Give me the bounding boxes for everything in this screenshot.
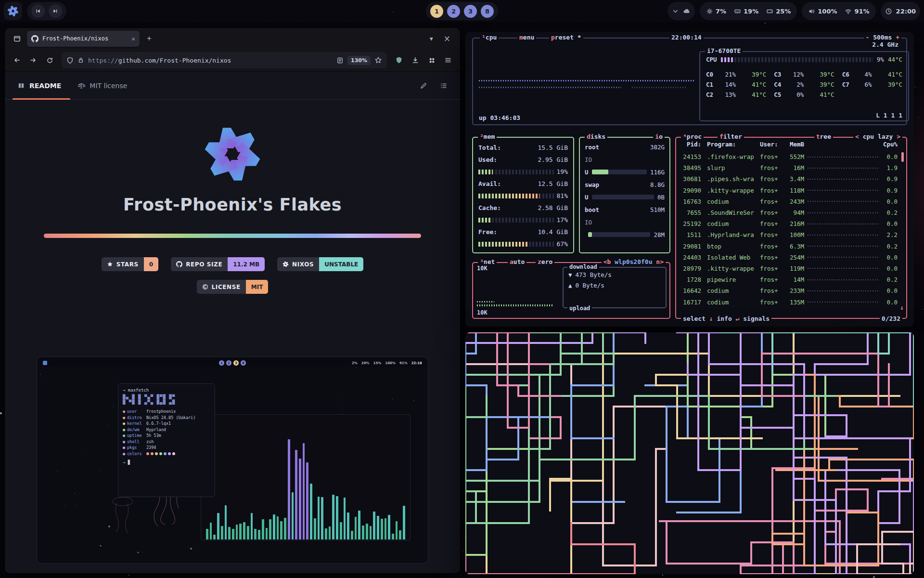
copyright-icon bbox=[202, 284, 208, 290]
fetch-info: ●userfrostphoenix●distroNixOS 24.05 (Uak… bbox=[123, 408, 210, 457]
process-row[interactable]: 16763codiumfros+243M0.0 bbox=[680, 196, 898, 207]
mem-box-title[interactable]: ²mem bbox=[478, 133, 497, 140]
tab-readme-label: README bbox=[29, 82, 61, 90]
nixos-menu-button[interactable] bbox=[4, 2, 22, 20]
scrollbar-thumb[interactable] bbox=[901, 152, 904, 162]
downloads-button[interactable] bbox=[408, 53, 423, 67]
core-stat: C312%39°C bbox=[774, 69, 834, 79]
process-row[interactable]: 24403Isolated Webfros+254M0.0 bbox=[680, 252, 898, 263]
process-row[interactable]: 30681.pipes.sh-wrafros+3.4M0.9 bbox=[680, 173, 898, 184]
disks-title[interactable]: disks bbox=[585, 133, 607, 140]
process-row[interactable]: 1728pipewirefros+14M0.2 bbox=[680, 274, 898, 285]
btop-menu-button[interactable]: menu bbox=[517, 34, 536, 41]
list-all-tabs-button[interactable]: ▾ bbox=[430, 35, 433, 42]
reader-mode-icon[interactable] bbox=[336, 57, 344, 64]
process-row[interactable]: 28979.kitty-wrappefros+119M0.0 bbox=[680, 263, 898, 274]
process-row[interactable]: 16642codiumfros+233M0.0 bbox=[680, 285, 898, 296]
process-row[interactable]: 25192codiumfros+216M0.0 bbox=[680, 218, 898, 229]
badge-license[interactable]: LICENSE MIT bbox=[197, 280, 269, 294]
disks-io-toggle[interactable]: io bbox=[653, 133, 665, 140]
readme-screenshot[interactable]: 1238 2%20%15%100%91%22:18 → maxfetch █▄ … bbox=[37, 356, 428, 564]
url-bar[interactable]: https://github.com/Frost-Phoenix/nixos 1… bbox=[62, 52, 387, 68]
net-auto-toggle[interactable]: auto bbox=[508, 259, 526, 265]
mini-starfield bbox=[37, 357, 38, 357]
reload-icon bbox=[46, 57, 53, 64]
process-row[interactable]: 29081btopfros+6.3M0.2 bbox=[680, 241, 898, 252]
forward-button[interactable] bbox=[26, 53, 40, 67]
media-next-button[interactable] bbox=[49, 4, 62, 18]
menu-button[interactable] bbox=[441, 53, 455, 67]
proc-table-header[interactable]: Pid: Program: User: MemB Cpu% bbox=[680, 141, 898, 148]
update-interval[interactable]: - 500ms + bbox=[864, 34, 901, 41]
process-row[interactable]: 24153.firefox-wrapfros+552M0.0 bbox=[680, 151, 898, 162]
badge-stars[interactable]: STARS 0 bbox=[102, 257, 158, 271]
bookmark-star-icon[interactable] bbox=[374, 56, 382, 64]
net-graph bbox=[477, 301, 494, 302]
wifi-stat-value: 91% bbox=[854, 8, 869, 15]
outline-list-icon[interactable] bbox=[440, 82, 448, 90]
proc-box-title[interactable]: ⁴proc bbox=[681, 133, 704, 140]
rainbow-divider bbox=[44, 234, 421, 238]
lock-icon[interactable] bbox=[77, 57, 84, 64]
net-box-title[interactable]: ³net bbox=[478, 259, 497, 265]
badge-nixos[interactable]: NIXOS UNSTABLE bbox=[277, 257, 363, 271]
snowflake-icon bbox=[282, 261, 289, 267]
firefox-window[interactable]: Frost-Phoenix/nixos × + ▾ × https://g bbox=[5, 28, 460, 573]
btop-net-box: ³net auto zero <b wlp0s20f0u n> 10K 10K … bbox=[472, 262, 670, 319]
process-row[interactable]: 38495slurpfros+16M1.9 bbox=[680, 162, 898, 173]
mem-meter: 81% bbox=[473, 190, 573, 202]
process-row[interactable]: 16717codiumfros+135M0.0 bbox=[680, 296, 898, 307]
gear-icon bbox=[706, 8, 713, 15]
browser-tab[interactable]: Frost-Phoenix/nixos × bbox=[27, 31, 140, 47]
process-row[interactable]: 7655.SoundWireSerfros+94M0.2 bbox=[680, 207, 898, 218]
firefox-view-button[interactable] bbox=[10, 31, 24, 46]
page-content: README MIT license Frost-Phoenix's Flake… bbox=[5, 72, 460, 573]
mem-row: Free:10.4 GiB bbox=[473, 226, 573, 238]
pipes-terminal-window[interactable] bbox=[465, 332, 914, 574]
extensions-button[interactable] bbox=[424, 53, 439, 67]
btop-window[interactable]: ¹cpu menu preset * 22:00:14 - 500ms + 2.… bbox=[465, 32, 914, 327]
clock-widget[interactable]: 22:00 bbox=[881, 2, 920, 20]
core-stat: C76%39°C bbox=[842, 79, 902, 90]
cpu-box-title[interactable]: ¹cpu bbox=[480, 34, 499, 41]
window-close-button[interactable]: × bbox=[444, 34, 450, 43]
tab-license[interactable]: MIT license bbox=[77, 82, 127, 90]
uptime-label: up 03:46:03 bbox=[479, 114, 520, 121]
adblock-button[interactable] bbox=[392, 53, 406, 67]
memory-stat-value: 19% bbox=[744, 8, 758, 15]
btop-preset-button[interactable]: preset * bbox=[549, 34, 583, 41]
mini-prompt-2: → ▊ bbox=[123, 460, 210, 465]
volume-stat[interactable]: 100% bbox=[806, 8, 839, 15]
proc-footer[interactable]: select ↓ info ↵ signals bbox=[681, 315, 771, 322]
proc-tree-button[interactable]: tree bbox=[814, 133, 833, 140]
back-button[interactable] bbox=[10, 53, 24, 67]
zoom-level-badge[interactable]: 130% bbox=[347, 56, 371, 65]
readme-header: README MIT license bbox=[5, 72, 460, 100]
new-tab-button[interactable]: + bbox=[142, 32, 156, 45]
process-row[interactable]: 1511.Hyprland-wrafros+100M2.2 bbox=[680, 229, 898, 240]
badge-repo-size[interactable]: REPO SIZE 11.2 MB bbox=[171, 257, 265, 271]
url-text[interactable]: https://github.com/Frost-Phoenix/nixos bbox=[88, 57, 333, 64]
weather-widget[interactable] bbox=[667, 2, 695, 20]
workspace-button-8[interactable]: 8 bbox=[481, 5, 494, 18]
workspace-button-1[interactable]: 1 bbox=[430, 5, 443, 18]
tab-close-button[interactable]: × bbox=[131, 35, 135, 42]
process-list: 24153.firefox-wrapfros+552M0.038495slurp… bbox=[680, 151, 898, 310]
media-prev-button[interactable] bbox=[31, 4, 45, 18]
mem-meter: 17% bbox=[473, 214, 573, 226]
net-zero-toggle[interactable]: zero bbox=[536, 259, 554, 265]
workspace-button-3[interactable]: 3 bbox=[464, 5, 477, 18]
net-interface[interactable]: <b wlp0s20f0u n> bbox=[602, 259, 666, 265]
btop-clock: 22:00:14 bbox=[669, 34, 704, 41]
edit-pencil-icon[interactable] bbox=[420, 82, 427, 90]
process-row[interactable]: 29090.kitty-wrappefros+118M0.9 bbox=[680, 185, 898, 196]
reload-button[interactable] bbox=[42, 53, 57, 67]
proc-filter-button[interactable]: filter bbox=[718, 133, 744, 140]
upload-speed: 0 Byte/s bbox=[576, 282, 604, 289]
wifi-stat[interactable]: 91% bbox=[843, 8, 871, 15]
workspace-button-2[interactable]: 2 bbox=[447, 5, 460, 18]
tracking-shield-icon[interactable] bbox=[66, 57, 74, 64]
proc-sort-selector[interactable]: < cpu lazy > bbox=[853, 133, 902, 140]
scroll-down-icon[interactable]: ↓ bbox=[900, 304, 904, 311]
tab-readme[interactable]: README bbox=[17, 82, 61, 90]
